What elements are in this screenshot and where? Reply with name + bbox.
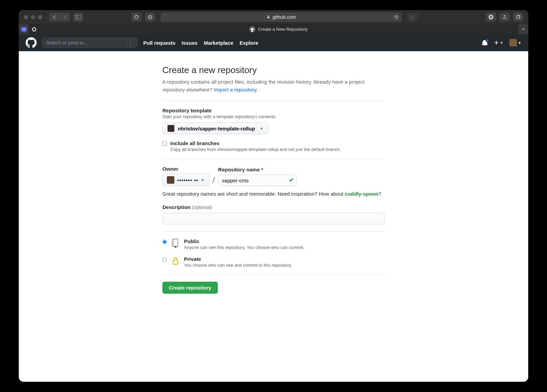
visibility-private-sub: You choose who can see and commit to thi… bbox=[184, 263, 292, 268]
description-label: Description (optional) bbox=[162, 204, 385, 210]
plus-icon bbox=[494, 40, 499, 45]
name-suggestion[interactable]: cuddly-spoon bbox=[345, 191, 378, 197]
address-bar[interactable]: github.com bbox=[161, 12, 402, 22]
svg-rect-6 bbox=[517, 16, 519, 19]
caret-down-icon: ▼ bbox=[500, 41, 503, 45]
template-label: Repository template bbox=[162, 108, 385, 113]
search-input[interactable]: Search or jump to... / bbox=[42, 38, 138, 48]
svg-rect-4 bbox=[267, 17, 269, 18]
visibility-public-radio[interactable] bbox=[162, 240, 167, 244]
reload-button[interactable] bbox=[394, 15, 399, 19]
owner-select[interactable]: ▪▪▪▪▪▪▪ ▪▪ ▼ bbox=[162, 174, 209, 186]
downloads-button[interactable] bbox=[486, 13, 496, 22]
svg-point-11 bbox=[33, 28, 35, 30]
browser-chrome: github.com bbox=[19, 10, 528, 34]
zoom-icon[interactable] bbox=[38, 15, 42, 19]
description-input[interactable] bbox=[162, 213, 385, 224]
visibility-public-title: Public bbox=[184, 238, 304, 244]
create-menu[interactable]: ▼ bbox=[494, 40, 503, 45]
unread-indicator-icon bbox=[485, 39, 489, 42]
svg-rect-0 bbox=[76, 15, 81, 19]
svg-rect-16 bbox=[173, 260, 178, 264]
template-select[interactable]: nhristov/sapper-template-rollup ▼ bbox=[162, 123, 268, 134]
owner-label: Owner bbox=[162, 166, 209, 172]
slash-key-hint: / bbox=[127, 39, 134, 46]
visibility-private-title: Private bbox=[184, 256, 292, 262]
minimize-icon[interactable] bbox=[31, 15, 35, 19]
nav-pull-requests[interactable]: Pull requests bbox=[143, 40, 175, 46]
chevron-down-icon: ▼ bbox=[201, 178, 205, 182]
svg-rect-15 bbox=[175, 246, 176, 248]
search-placeholder: Search or jump to... bbox=[46, 40, 88, 45]
create-repository-button[interactable]: Create repository bbox=[162, 282, 218, 294]
repo-public-icon bbox=[171, 238, 180, 248]
svg-point-9 bbox=[24, 29, 25, 30]
nav-explore[interactable]: Explore bbox=[240, 40, 258, 46]
close-icon[interactable] bbox=[24, 15, 28, 19]
include-branches-sub: Copy all branches from nhristov/sapper-t… bbox=[170, 147, 341, 152]
notifications-button[interactable] bbox=[482, 40, 488, 46]
page-body: Create a new repository A repository con… bbox=[19, 51, 528, 314]
github-favicon-icon bbox=[250, 27, 255, 32]
template-sub: Start your repository with a template re… bbox=[162, 114, 385, 119]
nav-issues[interactable]: Issues bbox=[182, 40, 198, 46]
extension-icon[interactable] bbox=[131, 13, 142, 22]
new-tab-button[interactable]: ＋ bbox=[518, 24, 528, 34]
shield-icon[interactable] bbox=[145, 13, 155, 22]
owner-avatar-icon bbox=[167, 176, 174, 184]
check-ok-icon bbox=[289, 177, 294, 183]
template-avatar-icon bbox=[168, 125, 174, 132]
chevron-down-icon: ▼ bbox=[260, 127, 263, 130]
svg-point-3 bbox=[149, 16, 151, 18]
repo-name-hint: Great repository names are short and mem… bbox=[162, 191, 385, 197]
tabs-button[interactable] bbox=[513, 13, 523, 22]
lock-icon bbox=[266, 15, 270, 19]
owner-repo-separator: / bbox=[213, 176, 215, 186]
github-header: Search or jump to... / Pull requests Iss… bbox=[19, 34, 528, 51]
caret-down-icon: ▼ bbox=[518, 41, 521, 45]
page-lead: A repository contains all project files,… bbox=[162, 78, 385, 94]
import-repo-link[interactable]: Import a repository. bbox=[214, 87, 258, 93]
pinned-tab-other[interactable] bbox=[29, 24, 39, 34]
page-title: Create a new repository bbox=[162, 65, 385, 75]
nav-back-forward[interactable] bbox=[49, 13, 70, 22]
share-button[interactable] bbox=[499, 13, 510, 22]
svg-point-8 bbox=[23, 29, 24, 30]
include-branches-checkbox[interactable] bbox=[162, 141, 167, 146]
pinned-tab-discord[interactable] bbox=[19, 24, 29, 34]
user-menu[interactable]: ▼ bbox=[509, 39, 521, 46]
rss-icon bbox=[407, 13, 417, 22]
avatar bbox=[509, 39, 517, 46]
repo-name-label: Repository name * bbox=[218, 167, 297, 172]
forward-button bbox=[59, 13, 70, 22]
tab-title: Create a New Repository bbox=[258, 27, 307, 32]
lock-icon bbox=[171, 256, 180, 266]
include-branches-title: Include all branches bbox=[170, 140, 341, 146]
svg-rect-7 bbox=[21, 27, 27, 32]
template-selected: nhristov/sapper-template-rollup bbox=[178, 126, 255, 131]
browser-tab-active[interactable]: Create a New Repository bbox=[39, 24, 518, 34]
nav-marketplace[interactable]: Marketplace bbox=[204, 40, 234, 46]
github-logo-icon[interactable] bbox=[26, 37, 37, 48]
visibility-private-radio[interactable] bbox=[162, 257, 167, 262]
visibility-public-sub: Anyone can see this repository. You choo… bbox=[184, 245, 304, 250]
owner-value: ▪▪▪▪▪▪▪ ▪▪ bbox=[177, 177, 198, 183]
window-controls[interactable] bbox=[24, 15, 42, 19]
back-button[interactable] bbox=[49, 13, 59, 22]
url-host: github.com bbox=[272, 14, 296, 20]
sidebar-toggle-button[interactable] bbox=[73, 13, 83, 22]
svg-rect-13 bbox=[172, 239, 178, 247]
repo-name-input[interactable] bbox=[218, 174, 297, 186]
